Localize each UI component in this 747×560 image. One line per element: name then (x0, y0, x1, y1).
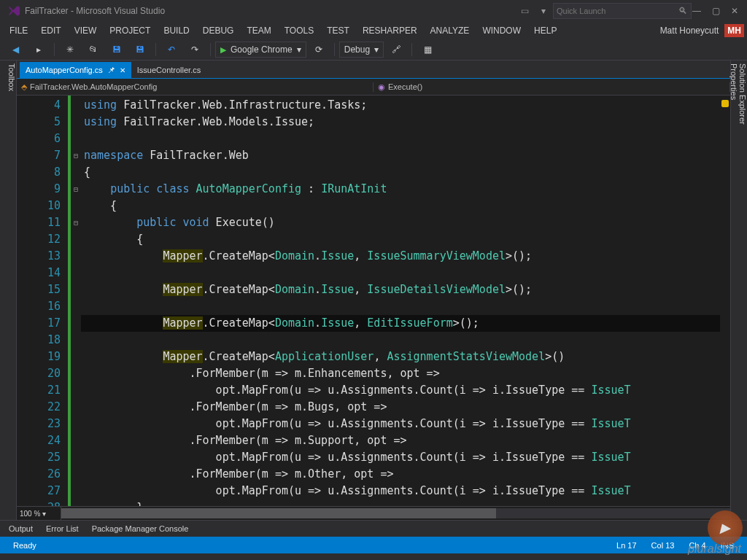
status-col: Col 13 (644, 541, 682, 550)
bottom-tab[interactable]: Package Manager Console (86, 523, 195, 534)
nav-class-combo[interactable]: ⬘FailTracker.Web.AutoMapperConfig (17, 82, 374, 92)
close-button[interactable]: ✕ (725, 3, 744, 19)
title-bar: FailTracker - Microsoft Visual Studio ▭ … (0, 0, 747, 22)
minimize-button[interactable]: — (687, 3, 706, 19)
chevron-down-icon: ▾ (297, 44, 301, 55)
play-icon: ▶ (708, 510, 743, 545)
menu-view[interactable]: VIEW (68, 23, 104, 38)
right-panel-tabs: Solution ExplorerProperties (730, 61, 747, 520)
bottom-panel-tabs: OutputError ListPackage Manager Console (0, 520, 747, 537)
warning-mark-icon (721, 100, 729, 107)
document-tab[interactable]: IssueController.cs (131, 62, 206, 78)
code-content[interactable]: using FailTracker.Web.Infrastructure.Tas… (81, 96, 730, 506)
bottom-tab[interactable]: Output (3, 523, 39, 534)
nav-fwd-button[interactable]: ▸ (28, 42, 50, 58)
status-bar: Ready Ln 17 Col 13 Ch 4 INS (0, 537, 747, 553)
save-all-button[interactable]: 💾︎ (129, 42, 151, 58)
pin-icon[interactable]: 📌︎ (107, 66, 115, 74)
open-file-button[interactable]: 📂︎ (82, 42, 104, 58)
zoom-combo[interactable]: 100 %▾ (17, 507, 61, 520)
menu-bar: FILEEDITVIEWPROJECTBUILDDEBUGTEAMTOOLSTE… (0, 22, 747, 39)
menu-build[interactable]: BUILD (157, 23, 196, 38)
side-tab[interactable]: Properties (729, 63, 738, 511)
menu-resharper[interactable]: RESHARPER (356, 23, 424, 38)
document-tabs: AutoMapperConfig.cs 📌︎ ✕IssueController.… (17, 61, 730, 79)
window-title: FailTracker - Microsoft Visual Studio (25, 6, 165, 16)
menu-debug[interactable]: DEBUG (196, 23, 241, 38)
nav-breadcrumb: ⬘FailTracker.Web.AutoMapperConfig ◉Execu… (17, 79, 730, 96)
menu-edit[interactable]: EDIT (34, 23, 67, 38)
start-debug-button[interactable]: ▶Google Chrome▾ (215, 42, 306, 58)
browser-label: Google Chrome (231, 44, 293, 55)
menu-analyze[interactable]: ANALYZE (424, 23, 476, 38)
feedback-icon[interactable]: ▭ (515, 3, 534, 19)
scrollbar-thumb[interactable] (61, 508, 496, 518)
side-tab[interactable]: Solution Explorer (738, 63, 747, 511)
menu-project[interactable]: PROJECT (103, 23, 157, 38)
chevron-down-icon: ▾ (42, 510, 46, 518)
menu-window[interactable]: WINDOW (476, 23, 527, 38)
config-combo[interactable]: Debug▾ (339, 42, 384, 58)
toolbar: ◀ ▸ ✳ 📂︎ 💾︎ 💾︎ ↶ ↷ ▶Google Chrome▾ ⟳ Deb… (0, 39, 747, 61)
menu-test[interactable]: TEST (320, 23, 356, 38)
browser-link-button[interactable]: 🔗︎ (385, 42, 407, 58)
save-button[interactable]: 💾︎ (106, 42, 128, 58)
scroll-marks (720, 96, 730, 506)
document-tab[interactable]: AutoMapperConfig.cs 📌︎ ✕ (20, 62, 131, 78)
notifications-icon[interactable]: ▾ (534, 3, 553, 19)
bottom-tab[interactable]: Error List (40, 523, 85, 534)
undo-button[interactable]: ↶ (160, 42, 182, 58)
config-label: Debug (344, 44, 370, 55)
close-tab-icon[interactable]: ✕ (120, 66, 125, 74)
chevron-down-icon: ▾ (374, 44, 379, 55)
line-number-gutter: 4567891011121314151617181920212223242526… (17, 96, 71, 506)
menu-help[interactable]: HELP (527, 23, 563, 38)
code-editor[interactable]: 4567891011121314151617181920212223242526… (17, 96, 730, 506)
search-icon: 🔍︎ (678, 6, 687, 16)
quick-launch-input[interactable] (553, 3, 692, 19)
extra-tool-button[interactable]: ▦ (417, 42, 438, 58)
menu-file[interactable]: FILE (3, 23, 34, 38)
new-project-button[interactable]: ✳ (59, 42, 81, 58)
nav-member-combo[interactable]: ◉Execute() (374, 82, 730, 92)
fold-gutter[interactable]: ⊟⊟⊟ (71, 96, 81, 506)
pluralsight-watermark: pluralsight ▶ (688, 542, 741, 556)
svg-marker-0 (9, 6, 20, 16)
signed-in-user[interactable]: Matt Honeycutt (660, 26, 722, 36)
maximize-button[interactable]: ▢ (706, 3, 725, 19)
status-ready: Ready (6, 541, 44, 550)
redo-button[interactable]: ↷ (184, 42, 206, 58)
vs-logo-icon (7, 4, 20, 18)
status-line: Ln 17 (609, 541, 644, 550)
nav-back-button[interactable]: ◀ (4, 42, 26, 58)
menu-team[interactable]: TEAM (240, 23, 277, 38)
horizontal-scrollbar[interactable] (61, 508, 730, 518)
user-badge[interactable]: MH (724, 24, 744, 37)
editor-footer: 100 %▾ (17, 506, 730, 520)
menu-tools[interactable]: TOOLS (278, 23, 320, 38)
refresh-button[interactable]: ⟳ (308, 42, 330, 58)
toolbox-panel-tab[interactable]: Toolbox (0, 61, 17, 520)
